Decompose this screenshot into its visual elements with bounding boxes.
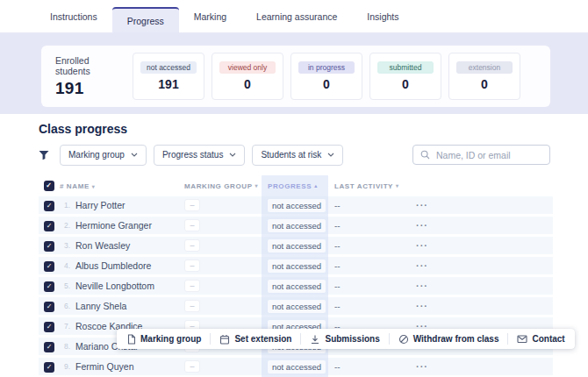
set-extension-action[interactable]: Set extension: [211, 329, 300, 349]
header-marking-group[interactable]: MARKING GROUP▾: [184, 182, 262, 190]
search-box[interactable]: [412, 145, 550, 165]
last-activity: --: [334, 362, 341, 372]
table-row: ✓ 1.Harry Potter – not accessed -- ···: [39, 196, 553, 214]
chevron-down-icon: [327, 153, 334, 157]
stat-card-not-accessed: not accessed 191: [133, 53, 204, 100]
sort-caret-icon: ▾: [255, 183, 259, 188]
row-checkbox[interactable]: ✓: [44, 342, 54, 352]
student-name: Neville Longbottom: [75, 281, 154, 291]
status-badge: in progress: [298, 61, 355, 75]
tab-learning-assurance[interactable]: Learning assurance: [241, 0, 352, 32]
row-menu-icon[interactable]: ···: [416, 301, 428, 311]
progress-badge: not accessed: [268, 239, 326, 253]
marking-group-pill[interactable]: –: [184, 360, 200, 373]
last-activity: --: [334, 302, 341, 311]
sort-caret-icon: ▾: [396, 183, 399, 188]
student-name: Ron Weasley: [75, 240, 130, 251]
row-menu-icon[interactable]: ···: [416, 220, 428, 231]
search-input[interactable]: [434, 149, 542, 161]
contact-action[interactable]: Contact: [508, 329, 573, 349]
marking-group-action[interactable]: Marking group: [118, 329, 210, 349]
last-activity: --: [334, 221, 341, 231]
tab-bar: Instructions Progress Marking Learning a…: [0, 0, 588, 32]
table-row: ✓ 9.Fermin Quyen – not accessed -- ···: [39, 358, 553, 375]
student-name: Albus Dumbledore: [75, 260, 151, 271]
progress-badge: not accessed: [268, 199, 326, 212]
last-activity: --: [334, 201, 341, 210]
row-checkbox[interactable]: ✓: [44, 261, 54, 272]
row-number: 4.: [60, 261, 70, 270]
marking-group-pill[interactable]: –: [184, 280, 200, 292]
chevron-down-icon: [131, 153, 138, 157]
stat-value: 0: [323, 77, 330, 91]
table-row: ✓ 4.Albus Dumbledore – not accessed -- ·…: [39, 257, 553, 274]
row-menu-icon[interactable]: ···: [416, 240, 428, 251]
last-activity: --: [334, 241, 341, 251]
tab-instructions[interactable]: Instructions: [35, 0, 112, 32]
block-icon: [398, 334, 409, 345]
marking-group-pill[interactable]: –: [184, 219, 200, 231]
table-row: ✓ 2.Hermione Granger – not accessed -- ·…: [39, 217, 553, 234]
row-number: 8.: [60, 342, 70, 351]
row-checkbox[interactable]: ✓: [44, 241, 54, 252]
action-label: Set extension: [234, 334, 291, 344]
dropdown-label: Progress status: [162, 150, 223, 160]
marking-group-filter[interactable]: Marking group: [60, 145, 147, 166]
marking-group-pill[interactable]: –: [184, 199, 200, 211]
student-name: Fermin Quyen: [75, 361, 134, 372]
search-icon: [420, 150, 430, 160]
row-checkbox[interactable]: ✓: [44, 322, 54, 332]
action-label: Marking group: [140, 334, 201, 344]
bulk-action-bar: Marking group Set extension Submissions …: [117, 329, 575, 349]
withdraw-from-class-action[interactable]: Withdraw from class: [390, 329, 508, 349]
tab-progress[interactable]: Progress: [112, 7, 179, 32]
header-last-activity[interactable]: LAST ACTIVITY▾: [328, 182, 402, 190]
row-number: 5.: [60, 281, 70, 290]
row-checkbox[interactable]: ✓: [44, 221, 54, 231]
status-badge: extension: [456, 61, 513, 75]
row-number: 9.: [60, 362, 70, 371]
row-menu-icon[interactable]: ···: [416, 361, 428, 372]
stat-value: 0: [402, 77, 409, 91]
page-title: Class progress: [39, 122, 127, 136]
progress-badge: not accessed: [268, 300, 326, 313]
select-all-checkbox[interactable]: ✓: [44, 181, 54, 191]
row-menu-icon[interactable]: ···: [416, 281, 428, 291]
students-at-risk-filter[interactable]: Students at risk: [252, 145, 343, 166]
row-menu-icon[interactable]: ···: [416, 260, 428, 271]
table-row: ✓ 5.Neville Longbottom – not accessed --…: [39, 277, 553, 295]
dropdown-label: Students at risk: [261, 150, 321, 160]
filter-funnel-icon: [39, 150, 49, 160]
status-badge: not accessed: [140, 61, 197, 75]
marking-group-pill[interactable]: –: [184, 260, 200, 272]
last-activity: --: [334, 261, 341, 271]
row-number: 2.: [60, 221, 70, 230]
stat-value: 0: [481, 77, 488, 91]
row-checkbox[interactable]: ✓: [44, 281, 54, 292]
row-checkbox[interactable]: ✓: [44, 362, 54, 373]
progress-status-filter[interactable]: Progress status: [154, 145, 245, 166]
row-checkbox[interactable]: ✓: [44, 201, 54, 211]
tab-marking[interactable]: Marking: [179, 0, 241, 32]
submissions-action[interactable]: Submissions: [301, 329, 388, 349]
row-menu-icon[interactable]: ···: [416, 200, 428, 210]
tab-insights[interactable]: Insights: [352, 0, 413, 32]
enrolled-students: Enrolled students 191: [55, 55, 125, 98]
header-name[interactable]: # NAME▾: [60, 182, 184, 190]
row-checkbox[interactable]: ✓: [44, 302, 54, 312]
table-row: ✓ 3.Ron Weasley – not accessed -- ···: [39, 237, 553, 254]
marking-group-pill[interactable]: –: [184, 300, 200, 312]
progress-badge: not accessed: [268, 219, 326, 232]
enrolment-summary-card: Enrolled students 191 not accessed 191 v…: [41, 46, 550, 107]
student-name: Harry Potter: [75, 200, 125, 210]
stat-card-extension: extension 0: [448, 53, 520, 100]
progress-badge: not accessed: [268, 360, 326, 373]
table-row: ✓ 6.Lanny Shela – not accessed -- ···: [39, 297, 553, 315]
row-number: 6.: [60, 302, 70, 310]
progress-badge: not accessed: [268, 260, 326, 273]
stat-card-in-progress: in progress 0: [290, 53, 362, 100]
row-number: 7.: [60, 322, 70, 331]
filter-row: Marking group Progress status Students a…: [39, 144, 550, 166]
marking-group-pill[interactable]: –: [184, 239, 200, 252]
action-label: Contact: [532, 334, 564, 344]
